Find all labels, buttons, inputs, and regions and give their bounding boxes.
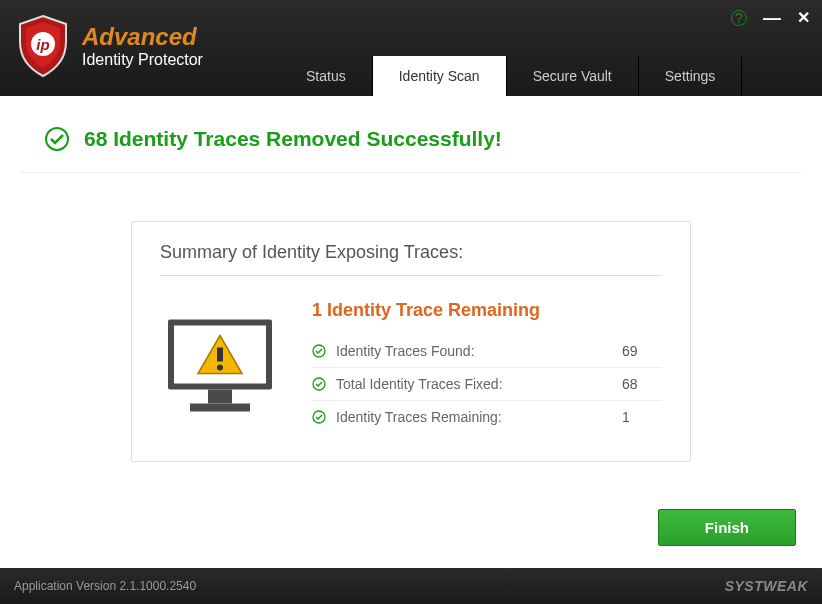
help-icon[interactable]: ? [731,10,747,26]
stat-value: 1 [622,409,662,425]
footer: Application Version 2.1.1000.2540 SYSTWE… [0,568,822,604]
brand-title: Advanced [82,23,203,51]
svg-text:ip: ip [36,36,49,53]
stat-value: 68 [622,376,662,392]
finish-button[interactable]: Finish [658,509,796,546]
stat-row-remaining: Identity Traces Remaining: 1 [312,401,662,433]
stat-label: Identity Traces Found: [336,343,612,359]
check-icon [312,410,326,424]
stat-value: 69 [622,343,662,359]
stat-row-fixed: Total Identity Traces Fixed: 68 [312,368,662,401]
check-icon [312,344,326,358]
tabs: Status Identity Scan Secure Vault Settin… [280,56,742,96]
minimize-icon[interactable]: — [763,14,781,22]
content: 68 Identity Traces Removed Successfully!… [0,96,822,568]
stat-row-found: Identity Traces Found: 69 [312,335,662,368]
svg-point-8 [217,365,223,371]
monitor-warning-icon [160,300,280,433]
remaining-title: 1 Identity Trace Remaining [312,300,662,321]
success-check-icon [44,126,70,152]
success-banner: 68 Identity Traces Removed Successfully! [20,118,802,173]
stat-label: Identity Traces Remaining: [336,409,612,425]
tab-secure-vault[interactable]: Secure Vault [507,56,639,96]
vendor-logo: SYSTWEAK [725,578,808,594]
tab-status[interactable]: Status [280,56,373,96]
tab-settings[interactable]: Settings [639,56,743,96]
svg-point-2 [46,128,68,150]
stat-label: Total Identity Traces Fixed: [336,376,612,392]
svg-rect-6 [190,404,250,412]
summary-stats: 1 Identity Trace Remaining Identity Trac… [312,300,662,433]
summary-title: Summary of Identity Exposing Traces: [160,242,662,276]
summary-card: Summary of Identity Exposing Traces: 1 I… [131,221,691,462]
shield-icon: ip [16,14,70,78]
svg-rect-7 [217,348,223,362]
check-icon [312,377,326,391]
close-icon[interactable]: ✕ [797,8,810,27]
titlebar: ? — ✕ ip Advanced Identity Protector Sta… [0,0,822,96]
version-label: Application Version 2.1.1000.2540 [14,579,196,593]
brand-subtitle: Identity Protector [82,51,203,69]
brand: ip Advanced Identity Protector [16,14,203,78]
svg-rect-5 [208,390,232,404]
success-message: 68 Identity Traces Removed Successfully! [84,127,502,151]
tab-identity-scan[interactable]: Identity Scan [373,56,507,96]
